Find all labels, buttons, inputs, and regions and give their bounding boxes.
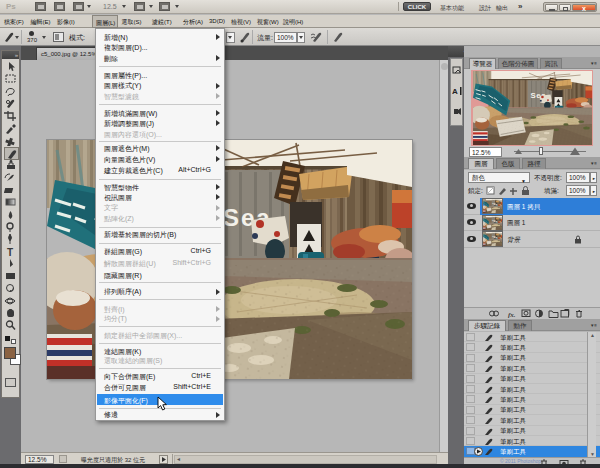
svg-text:A: A xyxy=(452,87,458,96)
svg-text:fx.: fx. xyxy=(508,311,516,319)
svg-text:T: T xyxy=(7,247,13,257)
